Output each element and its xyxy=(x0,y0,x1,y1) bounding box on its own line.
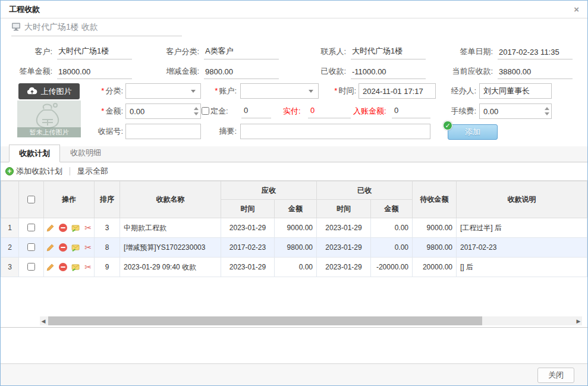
spin-up-icon[interactable] xyxy=(194,107,199,110)
operator-label: 经办人: xyxy=(441,83,476,99)
dialog-title: 工程收款 xyxy=(9,4,40,15)
plan-toolbar: + 添加收款计划 显示全部 xyxy=(1,162,587,181)
scroll-left-icon[interactable]: ◀ xyxy=(40,318,47,324)
tab-payment-detail[interactable]: 收款明细 xyxy=(60,144,111,162)
horizontal-scrollbar[interactable]: ◀ ▶ xyxy=(40,316,582,325)
edit-pencil-icon[interactable] xyxy=(46,243,55,252)
info-value: A类客户 xyxy=(204,46,279,59)
info-label: 联系人: xyxy=(294,46,351,59)
scissors-icon[interactable]: ✂ xyxy=(84,224,92,233)
table-row[interactable]: 3 ✂ 9 2023-01-29 09:40 收款 2023-01-29 0.0… xyxy=(1,258,587,277)
remove-icon[interactable] xyxy=(59,224,67,233)
info-customer-category: 客户分类: A类客户 xyxy=(147,40,294,59)
table-row[interactable]: 1 ✂ 3 中期款工程款 2023-01-29 9000.00 2023-01-… xyxy=(1,218,587,238)
upload-image-button[interactable]: 上传图片 xyxy=(18,83,80,99)
cell-recv-time: 2023-01-29 xyxy=(221,258,275,277)
scissors-icon[interactable]: ✂ xyxy=(84,243,92,252)
cell-recv-time: 2017-02-23 xyxy=(221,238,275,258)
money-receive-icon[interactable] xyxy=(71,224,80,233)
time-label: *时间: xyxy=(325,83,356,99)
cell-pending: 9000.00 xyxy=(413,218,457,238)
spin-down-icon[interactable] xyxy=(194,112,199,115)
info-value: 9800.00 xyxy=(204,67,279,79)
row-number: 1 xyxy=(1,218,19,238)
spin-up-icon[interactable] xyxy=(545,107,549,110)
spinner-arrows[interactable] xyxy=(192,104,200,118)
cell-note: [工程过半] 后 xyxy=(457,218,587,238)
required-mark: * xyxy=(334,86,337,95)
scrollbar-thumb[interactable] xyxy=(48,316,482,325)
deposit-checkbox[interactable] xyxy=(202,107,209,115)
col-received-time: 时间 xyxy=(317,200,371,218)
remove-icon[interactable] xyxy=(59,263,67,272)
time-input[interactable] xyxy=(359,84,435,98)
tab-bar: 收款计划 收款明细 xyxy=(1,146,587,162)
summary-input[interactable] xyxy=(241,124,430,139)
amount-label: *金额: xyxy=(89,103,123,119)
subheader: 大时代广场1楼 收款 xyxy=(1,18,587,36)
cell-note: 2017-02-23 xyxy=(457,238,587,258)
credited-value: 0 xyxy=(392,104,430,118)
spinner-arrows[interactable] xyxy=(543,104,551,118)
chevron-down-icon xyxy=(191,90,196,93)
receipt-label: 收据号: xyxy=(89,124,123,139)
scroll-right-icon[interactable]: ▶ xyxy=(575,318,582,324)
col-receivable-time: 时间 xyxy=(221,200,275,218)
cell-recv-amount: 9800.00 xyxy=(275,238,317,258)
close-icon[interactable]: × xyxy=(574,5,579,14)
required-mark: * xyxy=(101,106,104,115)
remove-icon[interactable] xyxy=(59,243,67,252)
show-all-button[interactable]: 显示全部 xyxy=(77,166,108,177)
info-adjust-amount: 增减金额: 9800.00 xyxy=(147,59,294,79)
fee-input[interactable] xyxy=(480,104,543,118)
select-all-checkbox[interactable] xyxy=(27,196,35,203)
account-select[interactable] xyxy=(240,83,319,99)
table-row[interactable]: 2 ✂ 8 [增减预算]YS1702230003 2017-02-23 9800… xyxy=(1,238,587,258)
money-receive-icon[interactable] xyxy=(71,263,80,272)
money-bag-icon xyxy=(28,102,70,130)
info-contact: 联系人: 大时代广场1楼 xyxy=(294,40,441,59)
close-button[interactable]: 关闭 xyxy=(537,368,574,383)
upload-preview[interactable]: 暂未上传图片 xyxy=(17,101,81,137)
select-all-header xyxy=(19,181,44,218)
info-sign-date: 签单日期: 2017-02-23 11:35 xyxy=(441,40,588,59)
cell-paid-time: 2023-01-29 xyxy=(317,238,371,258)
cell-order: 8 xyxy=(95,238,120,258)
edit-pencil-icon[interactable] xyxy=(46,224,55,233)
tab-payment-plan[interactable]: 收款计划 xyxy=(9,145,60,162)
row-checkbox[interactable] xyxy=(27,263,35,271)
fee-label: 手续费: xyxy=(441,103,476,119)
chevron-down-icon xyxy=(309,90,313,93)
fee-spinner xyxy=(479,103,552,119)
scissors-icon[interactable]: ✂ xyxy=(84,263,92,272)
cell-paid-amount: -20000.00 xyxy=(371,258,413,277)
add-payment-button[interactable]: 添加 xyxy=(448,124,498,140)
spin-down-icon[interactable] xyxy=(545,112,549,115)
operator-input[interactable] xyxy=(480,84,551,98)
info-sign-amount: 签单金额: 18000.00 xyxy=(1,59,147,79)
deposit-value: 0 xyxy=(241,104,271,118)
cell-recv-amount: 0.00 xyxy=(275,258,317,277)
col-receivable-amount: 金额 xyxy=(275,200,317,218)
deposit-label: 定金: xyxy=(202,103,228,119)
summary-field-box xyxy=(240,124,430,139)
cell-recv-time: 2023-01-29 xyxy=(221,218,275,238)
cell-note: [] 后 xyxy=(457,258,587,277)
info-label: 增减金额: xyxy=(147,66,204,79)
info-value: 38800.00 xyxy=(498,67,573,79)
category-select[interactable] xyxy=(125,83,201,99)
add-plan-button[interactable]: + 添加收款计划 xyxy=(5,166,62,177)
amount-input[interactable] xyxy=(126,104,192,118)
summary-label: 摘要: xyxy=(206,124,237,139)
receipt-input[interactable] xyxy=(126,124,200,139)
row-checkbox[interactable] xyxy=(27,243,35,251)
row-checkbox[interactable] xyxy=(27,224,35,231)
toolbar-divider xyxy=(70,167,70,175)
paid-value: 0 xyxy=(308,104,351,118)
cell-name: 中期款工程款 xyxy=(120,218,221,238)
payment-plan-table: 操作 排序 收款名称 应收 已收 待收金额 收款说明 时间 金额 时间 金额 1 xyxy=(1,181,587,277)
title-bar: 工程收款 × xyxy=(1,1,587,18)
edit-pencil-icon[interactable] xyxy=(46,263,55,272)
cell-paid-time: 2023-01-29 xyxy=(317,218,371,238)
money-receive-icon[interactable] xyxy=(71,243,80,252)
